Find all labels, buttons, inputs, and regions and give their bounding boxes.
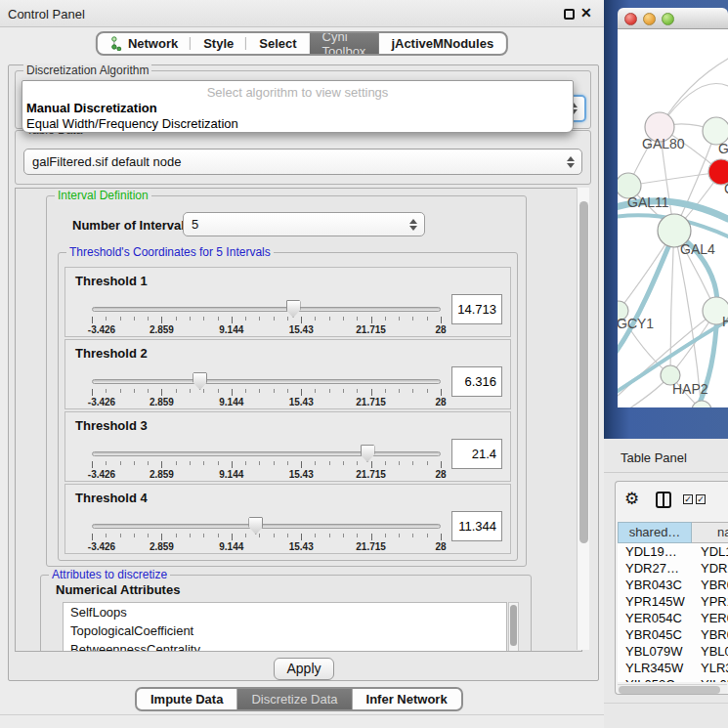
table-hscrollbar-thumb[interactable] — [619, 686, 720, 694]
tab-impute-data[interactable]: Impute Data — [137, 689, 236, 709]
cell-shared-name[interactable]: YPR145W — [618, 593, 692, 610]
table-row[interactable]: YIL053CYIL05 — [618, 676, 728, 682]
threshold-slider-track[interactable] — [92, 379, 441, 384]
cell-shared-name[interactable]: YLR345W — [618, 660, 692, 676]
settings-scrollbar-thumb[interactable] — [579, 201, 588, 543]
cell-name[interactable]: YDR27 — [692, 560, 728, 577]
algorithm-option-equal-width-frequency-discretization[interactable]: Equal Width/Frequency Discretization — [25, 116, 570, 132]
cell-shared-name[interactable]: YBR045C — [618, 626, 692, 643]
algorithm-prompt-option[interactable]: Select algorithm to view settings — [22, 85, 573, 100]
threshold-value-field[interactable]: 14.713 — [451, 294, 502, 324]
slider-tick — [385, 534, 386, 537]
slider-tick — [274, 317, 275, 321]
slider-tick — [232, 389, 233, 396]
gear-icon[interactable]: ⚙ — [624, 489, 639, 509]
close-icon[interactable]: ✕ — [580, 5, 592, 21]
threshold-slider-thumb[interactable] — [193, 372, 207, 390]
tab-label: Select — [259, 36, 296, 51]
network-edge[interactable] — [628, 172, 721, 186]
slider-tick — [412, 534, 413, 537]
checkbox-icon[interactable]: ✓ — [696, 494, 706, 504]
cell-name[interactable]: YIL05 — [692, 676, 728, 682]
cell-shared-name[interactable]: YDL19… — [618, 543, 692, 560]
column-header-name[interactable]: na — [692, 522, 728, 543]
attributes-scrollbar-thumb[interactable] — [510, 605, 517, 646]
settings-scroll-panel: Interval Definition Number of Intervals … — [15, 188, 582, 652]
column-header-shared-name[interactable]: shared… — [618, 522, 692, 543]
slider-tick — [385, 317, 386, 321]
tab-discretize-data[interactable]: Discretize Data — [236, 689, 351, 709]
tab-jactivemnodules[interactable]: jActiveMNodules — [378, 33, 506, 54]
checkbox-icon[interactable]: ✓ — [683, 494, 693, 504]
cell-name[interactable]: YER05 — [692, 610, 728, 626]
attribute-item-topologicalcoefficient[interactable]: TopologicalCoefficient — [64, 621, 506, 640]
threshold-slider-track[interactable] — [92, 524, 441, 529]
tab-cyni-toolbox[interactable]: Cyni Toolbox — [310, 33, 379, 54]
table-row[interactable]: YBL079WYBL07 — [618, 643, 728, 660]
table-row[interactable]: YER054CYER05 — [618, 610, 728, 626]
attribute-item-selfloops[interactable]: SelfLoops — [64, 603, 506, 621]
network-window: GAL80GACGAL11GAL4GCY1HHAP2 — [618, 8, 728, 438]
cell-shared-name[interactable]: YDR27… — [618, 560, 692, 577]
cell-name[interactable]: YLR34 — [692, 660, 728, 676]
tab-select[interactable]: Select — [246, 33, 309, 54]
number-of-intervals-label: Number of Intervals — [72, 218, 192, 233]
discretization-algorithm-group-title: Discretization Algorithm — [23, 64, 151, 77]
cell-shared-name[interactable]: YBL079W — [618, 643, 692, 660]
cell-shared-name[interactable]: YBR043C — [618, 577, 692, 593]
cell-shared-name[interactable]: YER054C — [618, 610, 692, 626]
tab-network[interactable]: Network — [98, 33, 191, 54]
tab-infer-network[interactable]: Infer Network — [352, 689, 461, 709]
threshold-slider-thumb[interactable] — [361, 445, 375, 462]
threshold-slider-thumb[interactable] — [248, 517, 263, 535]
slider-tick-label: 2.859 — [137, 324, 186, 335]
cell-shared-name[interactable]: YIL053C — [618, 676, 692, 682]
slider-tick — [441, 534, 442, 540]
threshold-slider-track[interactable] — [92, 451, 441, 456]
columns-icon[interactable] — [656, 492, 671, 508]
attribute-item-betweennesscentrality[interactable]: BetweennessCentrality — [64, 640, 506, 652]
table-row[interactable]: YDL19…YDL19 — [618, 543, 728, 560]
number-of-intervals-select[interactable]: 5 — [183, 212, 425, 236]
cell-name[interactable]: YPR14 — [692, 593, 728, 610]
slider-tick — [441, 317, 442, 323]
slider-tick — [92, 534, 93, 540]
network-edge-highlighted[interactable] — [618, 233, 674, 354]
interval-definition-group-title: Interval Definition — [55, 189, 151, 202]
threshold-slider-track[interactable] — [92, 307, 441, 312]
zoom-traffic-light[interactable] — [662, 13, 674, 25]
table-row[interactable]: YPR145WYPR14 — [618, 593, 728, 610]
network-window-titlebar[interactable] — [618, 8, 728, 29]
threshold-slider-thumb[interactable] — [286, 300, 301, 318]
table-row[interactable]: YLR345WYLR34 — [618, 660, 728, 676]
table-horizontal-scrollbar[interactable] — [618, 684, 727, 694]
slider-tick — [343, 389, 344, 393]
attributes-list-scrollbar[interactable] — [508, 602, 519, 652]
settings-panel-scrollbar[interactable] — [577, 188, 589, 650]
cell-name[interactable]: YBR04 — [692, 577, 728, 593]
table-row[interactable]: YBR045CYBR04 — [618, 626, 728, 643]
threshold-value-field[interactable]: 6.316 — [451, 366, 502, 397]
float-window-icon[interactable] — [564, 9, 575, 20]
threshold-value-field[interactable]: 21.4 — [451, 439, 502, 469]
threshold-value-field[interactable]: 11.344 — [451, 511, 502, 541]
tab-style[interactable]: Style — [191, 33, 246, 54]
network-node[interactable] — [692, 401, 711, 407]
table-row[interactable]: YBR043CYBR04 — [618, 577, 728, 593]
numerical-attributes-list[interactable]: SelfLoopsTopologicalCoefficientBetweenne… — [63, 602, 507, 652]
slider-tick — [287, 317, 288, 321]
table-row[interactable]: YDR27…YDR27 — [618, 560, 728, 577]
close-traffic-light[interactable] — [624, 13, 637, 25]
slider-tick — [161, 317, 162, 323]
algorithm-option-manual-discretization[interactable]: Manual Discretization — [25, 101, 570, 116]
slider-tick — [274, 461, 275, 465]
network-view[interactable]: GAL80GACGAL11GAL4GCY1HHAP2 — [618, 29, 728, 407]
minimize-traffic-light[interactable] — [643, 13, 656, 25]
table-data-select[interactable]: galFiltered.sif default node — [23, 149, 582, 175]
cell-name[interactable]: YBR04 — [692, 626, 728, 643]
slider-tick — [301, 389, 302, 396]
cell-name[interactable]: YBL07 — [692, 643, 728, 660]
slider-tick-label: 2.859 — [137, 469, 186, 480]
cell-name[interactable]: YDL19 — [692, 543, 728, 560]
apply-button[interactable]: Apply — [274, 658, 334, 680]
